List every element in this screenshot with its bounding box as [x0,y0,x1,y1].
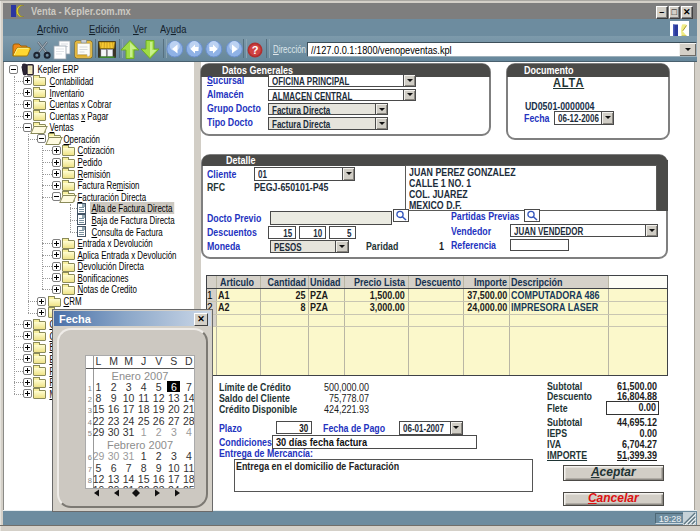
svg-text:?: ? [252,44,259,56]
